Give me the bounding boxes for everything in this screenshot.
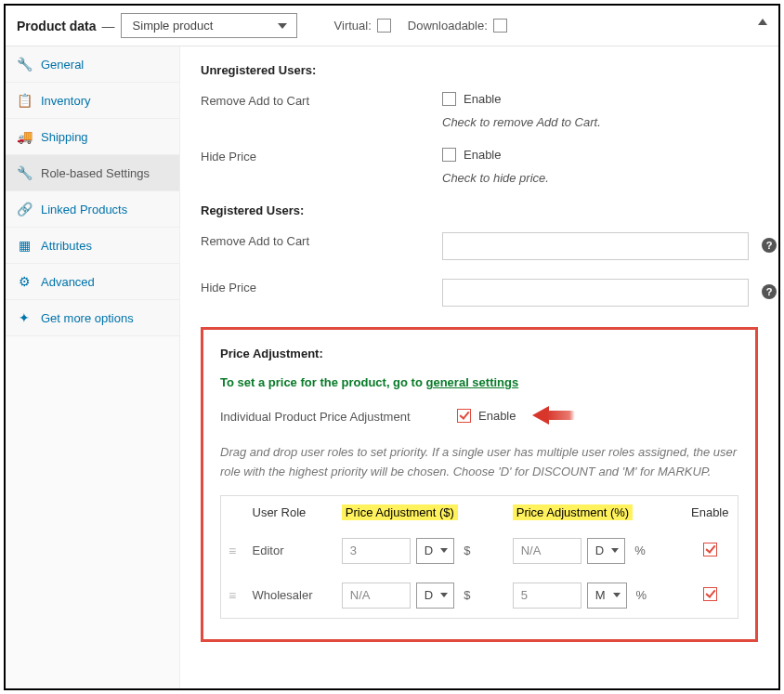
sidebar-item-label: Attributes <box>41 239 92 253</box>
sidebar-item-advanced[interactable]: ⚙ Advanced <box>6 264 179 300</box>
reg-remove-cart-input[interactable] <box>442 232 749 260</box>
table-row[interactable]: ≡ Wholesaler D $ M % <box>221 573 738 619</box>
reg-hide-price-row: Hide Price ? <box>201 279 758 307</box>
link-icon: 🔗 <box>17 202 32 216</box>
price-adj-percent-dm-select[interactable]: M <box>587 583 627 609</box>
virtual-label: Virtual: <box>334 19 372 33</box>
reg-hide-price-input[interactable] <box>442 279 749 307</box>
role-name-cell: Wholesaler <box>245 573 334 619</box>
drag-handle-icon[interactable]: ≡ <box>229 543 236 558</box>
title-separator: — <box>102 19 115 33</box>
drag-drop-hint: Drag and drop user roles to set priority… <box>220 443 738 482</box>
virtual-checkbox[interactable] <box>377 19 391 33</box>
sidebar-item-label: Get more options <box>41 311 134 325</box>
price-adjustment-note: To set a price for the product, go to ge… <box>220 375 738 389</box>
remove-add-to-cart-label: Remove Add to Cart <box>201 92 442 108</box>
table-row[interactable]: ≡ Editor D $ D % <box>221 529 738 573</box>
col-user-role: User Role <box>245 495 334 529</box>
sidebar: 🔧 General 📋 Inventory 🚚 Shipping 🔧 Role-… <box>6 46 180 688</box>
wrench-icon: 🔧 <box>17 165 32 180</box>
price-adj-percent-dm-select[interactable]: D <box>587 538 625 564</box>
remove-add-to-cart-label: Remove Add to Cart <box>201 232 442 248</box>
col-price-adj-dollar: Price Adjustment ($) <box>334 495 505 529</box>
collapse-panel-icon[interactable] <box>758 19 767 25</box>
registered-users-heading: Registered Users: <box>201 203 758 217</box>
sidebar-item-label: Shipping <box>41 130 88 144</box>
product-data-panel: Product data — Simple product Virtual: D… <box>4 4 780 690</box>
product-type-selected: Simple product <box>133 19 214 33</box>
sidebar-item-inventory[interactable]: 📋 Inventory <box>6 83 179 119</box>
unreg-remove-cart-hint: Check to remove Add to Cart. <box>442 115 601 129</box>
percent-unit: % <box>634 543 646 557</box>
sidebar-item-general[interactable]: 🔧 General <box>6 46 179 83</box>
downloadable-checkbox[interactable] <box>493 19 507 33</box>
downloadable-toggle: Downloadable: <box>408 19 507 33</box>
price-adj-dollar-dm-select[interactable]: D <box>416 583 454 609</box>
individual-price-adjustment-checkbox[interactable] <box>457 409 471 423</box>
sidebar-item-label: Advanced <box>41 275 95 289</box>
star-icon: ✦ <box>17 310 32 325</box>
dollar-unit: $ <box>464 543 470 557</box>
price-adj-dollar-input[interactable] <box>342 538 411 564</box>
annotation-arrow-icon <box>532 406 579 425</box>
sidebar-item-get-more-options[interactable]: ✦ Get more options <box>6 300 179 336</box>
downloadable-label: Downloadable: <box>408 19 488 33</box>
content-area: Unregistered Users: Remove Add to Cart E… <box>180 46 778 688</box>
row-enable-checkbox[interactable] <box>703 587 717 601</box>
sidebar-item-shipping[interactable]: 🚚 Shipping <box>6 119 179 155</box>
virtual-toggle: Virtual: <box>334 19 391 33</box>
chevron-down-icon <box>278 23 287 29</box>
drag-handle-icon[interactable]: ≡ <box>229 588 236 603</box>
chevron-down-icon <box>440 593 448 597</box>
row-enable-checkbox[interactable] <box>703 543 717 557</box>
col-enable: Enable <box>683 495 738 529</box>
unregistered-users-heading: Unregistered Users: <box>201 63 758 77</box>
sidebar-item-label: Role-based Settings <box>41 166 150 180</box>
product-type-select[interactable]: Simple product <box>121 13 297 38</box>
unreg-hide-price-checkbox[interactable] <box>442 148 456 162</box>
sidebar-item-label: Linked Products <box>41 203 127 216</box>
price-adjustment-heading: Price Adjustment: <box>220 347 738 360</box>
layout-icon: ▦ <box>17 238 32 253</box>
price-adj-dollar-dm-select[interactable]: D <box>416 538 454 564</box>
gear-icon: ⚙ <box>17 274 32 289</box>
clipboard-icon: 📋 <box>17 93 32 108</box>
role-name-cell: Editor <box>245 529 334 573</box>
unreg-remove-cart-row: Remove Add to Cart Enable Check to remov… <box>201 92 758 129</box>
unreg-hide-price-row: Hide Price Enable Check to hide price. <box>201 148 758 185</box>
price-adj-dollar-input[interactable] <box>342 583 411 609</box>
wrench-icon: 🔧 <box>17 57 32 72</box>
dollar-unit: $ <box>464 588 470 602</box>
reg-remove-cart-row: Remove Add to Cart ? <box>201 232 758 260</box>
general-settings-link[interactable]: general settings <box>426 375 519 389</box>
percent-unit: % <box>636 588 647 602</box>
role-price-table: User Role Price Adjustment ($) Price Adj… <box>220 495 738 619</box>
unreg-remove-cart-checkbox[interactable] <box>442 92 456 106</box>
price-adjustment-highlight: Price Adjustment: To set a price for the… <box>201 327 758 642</box>
enable-label: Enable <box>464 148 501 162</box>
col-price-adj-percent: Price Adjustment (%) <box>505 495 683 529</box>
price-adj-percent-input[interactable] <box>513 583 581 609</box>
help-icon[interactable]: ? <box>762 238 777 253</box>
panel-header: Product data — Simple product Virtual: D… <box>6 6 778 46</box>
price-adj-percent-input[interactable] <box>513 538 581 564</box>
unreg-hide-price-hint: Check to hide price. <box>442 171 549 185</box>
truck-icon: 🚚 <box>17 129 32 144</box>
sidebar-item-attributes[interactable]: ▦ Attributes <box>6 228 179 264</box>
sidebar-item-label: Inventory <box>41 94 90 108</box>
sidebar-item-label: General <box>41 58 84 72</box>
hide-price-label: Hide Price <box>201 279 442 295</box>
enable-label: Enable <box>478 409 516 423</box>
individual-price-adjustment-row: Individual Product Price Adjustment Enab… <box>220 406 738 425</box>
sidebar-item-role-based-settings[interactable]: 🔧 Role-based Settings <box>6 155 179 191</box>
enable-label: Enable <box>464 92 501 106</box>
sidebar-item-linked-products[interactable]: 🔗 Linked Products <box>6 191 179 228</box>
chevron-down-icon <box>440 548 448 553</box>
help-icon[interactable]: ? <box>762 284 777 299</box>
chevron-down-icon <box>613 593 621 597</box>
hide-price-label: Hide Price <box>201 148 442 164</box>
chevron-down-icon <box>611 548 619 553</box>
note-prefix: To set a price for the product, go to <box>220 375 426 389</box>
panel-title: Product data <box>17 19 97 33</box>
individual-price-adjustment-label: Individual Product Price Adjustment <box>220 408 457 424</box>
